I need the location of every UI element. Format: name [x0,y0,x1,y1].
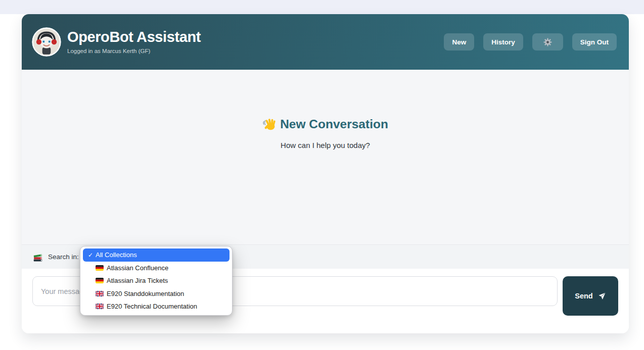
checkmark-icon: ✓ [88,252,96,259]
collection-dropdown[interactable]: ✓ All Collections Atlassian Confluence A… [80,246,233,316]
option-label: All Collections [96,251,137,259]
robot-avatar [32,27,61,57]
flag-slot [96,304,104,309]
send-button[interactable]: Send [563,276,618,316]
collection-option[interactable]: Atlassian Jira Tickets [83,274,229,287]
option-label: E920 Standdokumentation [107,290,184,297]
chat-area: New Conversation How can I help you toda… [22,70,629,244]
new-conversation-button[interactable]: New [444,33,474,51]
send-button-label: Send [575,292,592,300]
waving-hand-icon [262,117,276,131]
header-text: OperoBot Assistant Logged in as Marcus K… [67,30,201,54]
gear-icon [543,37,553,47]
settings-button[interactable] [532,33,563,51]
flag-slot [96,278,104,283]
flag-gb-icon [96,304,104,309]
option-label: Atlassian Confluence [107,264,168,272]
logged-in-status: Logged in as Marcus Kerth (GF) [67,48,201,54]
top-strip [0,0,644,14]
books-icon [32,252,43,263]
flag-de-icon [96,278,104,283]
history-button[interactable]: History [483,33,523,51]
greeting-subtitle: How can I help you today? [281,141,370,149]
collection-option[interactable]: ✓ All Collections [83,248,229,262]
search-in-label: Search in: [48,253,79,261]
app-title: OperoBot Assistant [67,30,201,44]
greeting-title-text: New Conversation [280,116,388,132]
greeting-title: New Conversation [262,116,388,132]
paper-plane-icon [597,292,606,301]
option-label: E920 Technical Documentation [107,303,197,310]
header-actions: New History [444,33,617,51]
app-header: OperoBot Assistant Logged in as Marcus K… [22,14,629,70]
flag-slot [96,265,104,271]
collection-option[interactable]: E920 Standdokumentation [83,287,229,301]
flag-gb-icon [96,291,104,296]
collection-option[interactable]: Atlassian Confluence [83,262,229,275]
flag-de-icon [96,265,104,271]
collection-option[interactable]: E920 Technical Documentation [83,300,229,313]
sign-out-button[interactable]: Sign Out [572,33,617,51]
flag-slot [96,291,104,296]
option-label: Atlassian Jira Tickets [107,277,168,284]
